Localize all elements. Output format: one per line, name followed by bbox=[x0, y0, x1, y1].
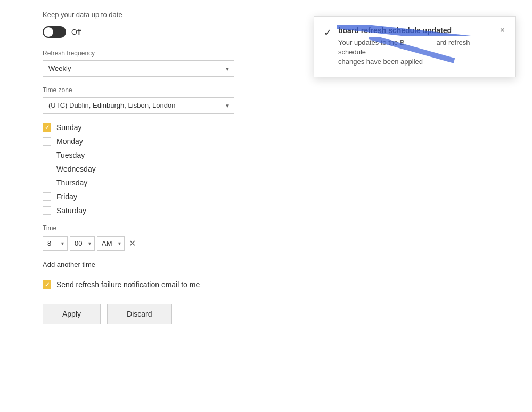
label-thursday: Thursday bbox=[56, 179, 87, 187]
checkbox-monday[interactable] bbox=[43, 137, 51, 146]
refresh-frequency-select[interactable]: Weekly Daily Monthly bbox=[43, 60, 234, 77]
time-row: 8 1234 5679 101112 ▼ 00 153045 ▼ bbox=[43, 236, 304, 251]
toast-title-container: board refresh schedule updated bbox=[338, 26, 494, 35]
toast-check-icon: ✓ bbox=[324, 27, 332, 38]
refresh-frequency-group: Refresh frequency Weekly Daily Monthly ▼ bbox=[43, 50, 304, 77]
timezone-label: Time zone bbox=[43, 86, 304, 94]
refresh-frequency-label: Refresh frequency bbox=[43, 50, 304, 57]
hour-select-wrapper: 8 1234 5679 101112 ▼ bbox=[43, 236, 68, 251]
checkbox-thursday[interactable] bbox=[43, 179, 51, 187]
discard-button[interactable]: Discard bbox=[107, 304, 171, 324]
left-border bbox=[35, 0, 35, 412]
checkbox-item-saturday: Saturday bbox=[43, 206, 304, 215]
toast-close-button[interactable]: × bbox=[500, 26, 505, 35]
time-label: Time bbox=[43, 224, 304, 232]
checkbox-saturday[interactable] bbox=[43, 206, 51, 215]
toast-notification: ✓ board refresh schedule updated Your up… bbox=[314, 16, 516, 77]
time-group: Time 8 1234 5679 101112 ▼ 00 153045 bbox=[43, 224, 304, 251]
checkbox-friday[interactable] bbox=[43, 192, 51, 201]
add-time-link[interactable]: Add another time bbox=[43, 261, 95, 269]
timezone-select-wrapper: (UTC) Dublin, Edinburgh, Lisbon, London … bbox=[43, 97, 234, 114]
label-wednesday: Wednesday bbox=[56, 165, 96, 173]
period-select-wrapper: AM PM ▼ bbox=[97, 236, 125, 251]
apply-button[interactable]: Apply bbox=[43, 304, 101, 324]
notification-label: Send refresh failure notification email … bbox=[56, 280, 200, 289]
time-clear-button[interactable]: ✕ bbox=[127, 238, 138, 248]
checkbox-sunday[interactable]: ✓ bbox=[43, 123, 51, 132]
label-tuesday: Tuesday bbox=[56, 151, 85, 159]
label-sunday: Sunday bbox=[56, 123, 81, 132]
toast-body: Your updates to the Bard refresh schedul… bbox=[338, 38, 494, 67]
checkbox-item-monday: Monday bbox=[43, 137, 304, 146]
checkbox-tuesday[interactable] bbox=[43, 151, 51, 159]
timezone-select[interactable]: (UTC) Dublin, Edinburgh, Lisbon, London … bbox=[43, 97, 234, 114]
minute-select-wrapper: 00 153045 ▼ bbox=[70, 236, 95, 251]
check-icon-notification: ✓ bbox=[45, 281, 50, 288]
check-icon-sunday: ✓ bbox=[45, 124, 50, 131]
toast-title: board refresh schedule updated bbox=[338, 26, 494, 35]
checkbox-item-thursday: Thursday bbox=[43, 179, 304, 187]
toggle-row: Off bbox=[43, 26, 304, 38]
timezone-group: Time zone (UTC) Dublin, Edinburgh, Lisbo… bbox=[43, 86, 304, 114]
button-row: Apply Discard bbox=[43, 304, 304, 324]
minute-select[interactable]: 00 153045 bbox=[70, 236, 95, 251]
toggle-thumb bbox=[44, 27, 53, 37]
toggle-label: Off bbox=[71, 28, 81, 36]
label-saturday: Saturday bbox=[56, 206, 86, 215]
section-title: Keep your data up to date bbox=[43, 11, 304, 19]
checkbox-notification[interactable]: ✓ bbox=[43, 280, 51, 289]
page-container: Keep your data up to date Off Refresh fr… bbox=[0, 0, 532, 412]
checkbox-item-friday: Friday bbox=[43, 192, 304, 201]
toggle-track bbox=[43, 26, 66, 38]
checkbox-item-sunday: ✓ Sunday bbox=[43, 123, 304, 132]
checkbox-item-wednesday: Wednesday bbox=[43, 165, 304, 173]
keep-data-toggle[interactable] bbox=[43, 26, 66, 38]
toast-content: board refresh schedule updated Your upda… bbox=[338, 26, 494, 67]
main-content: Keep your data up to date Off Refresh fr… bbox=[37, 11, 304, 324]
toast-title-text: board refresh schedule updated bbox=[338, 26, 452, 35]
hour-select[interactable]: 8 1234 5679 101112 bbox=[43, 236, 68, 251]
label-friday: Friday bbox=[56, 192, 77, 201]
checkbox-wednesday[interactable] bbox=[43, 165, 51, 173]
toast-body-container: Your updates to the Bard refresh schedul… bbox=[338, 38, 494, 67]
period-select[interactable]: AM PM bbox=[97, 236, 125, 251]
notification-row: ✓ Send refresh failure notification emai… bbox=[43, 280, 304, 289]
days-checkbox-group: ✓ Sunday Monday Tuesday Wednesday Thursd… bbox=[43, 123, 304, 215]
checkbox-item-tuesday: Tuesday bbox=[43, 151, 304, 159]
label-monday: Monday bbox=[56, 137, 83, 146]
refresh-frequency-select-wrapper: Weekly Daily Monthly ▼ bbox=[43, 60, 234, 77]
